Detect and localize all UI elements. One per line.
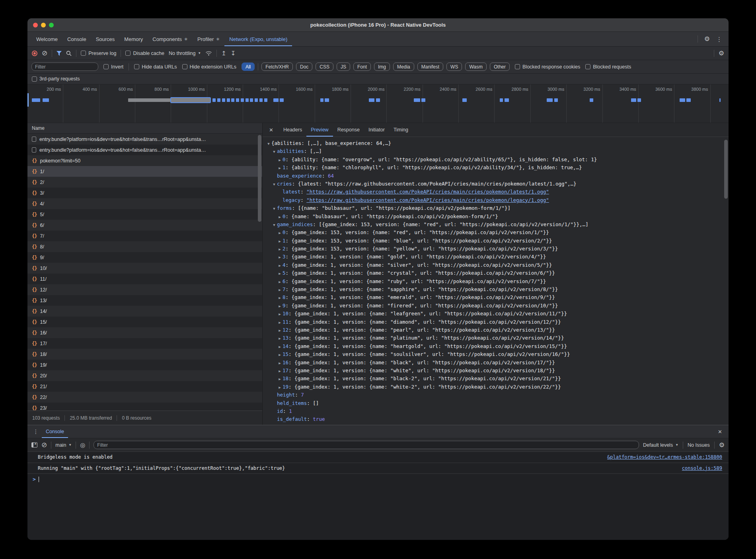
hide-data-urls-checkbox[interactable]: Hide data URLs: [134, 64, 177, 70]
export-har-icon[interactable]: ↧: [231, 50, 236, 56]
request-row[interactable]: entry.bundle?platform=ios&dev=true&hot=f…: [27, 145, 262, 155]
filter-chip-media[interactable]: Media: [393, 63, 414, 71]
tree-collapse-arrow-icon[interactable]: ▶: [277, 213, 283, 221]
request-row[interactable]: {}8/: [27, 241, 262, 252]
checkbox-box[interactable]: [515, 64, 520, 69]
details-tab-response[interactable]: Response: [333, 123, 364, 137]
tab-console[interactable]: Console: [62, 32, 91, 46]
details-tab-initiator[interactable]: Initiator: [364, 123, 389, 137]
tree-expand-arrow-icon[interactable]: ▼: [271, 221, 277, 229]
checkbox-box[interactable]: [32, 76, 37, 82]
request-row[interactable]: {}22/: [27, 392, 262, 403]
filter-chip-fetch-xhr[interactable]: Fetch/XHR: [261, 63, 293, 71]
network-settings-gear-icon[interactable]: ⚙: [719, 50, 724, 57]
console-source-link[interactable]: console.js:589: [670, 465, 722, 471]
blocked-requests-checkbox[interactable]: Blocked requests: [585, 64, 631, 70]
live-expression-eye-icon[interactable]: ◎: [80, 442, 85, 448]
console-settings-gear-icon[interactable]: ⚙: [719, 442, 725, 448]
console-context-select[interactable]: main ▼: [55, 442, 72, 448]
request-row[interactable]: {}17/: [27, 338, 262, 349]
filter-chip-manifest[interactable]: Manifest: [417, 63, 443, 71]
checkbox-box[interactable]: [103, 64, 109, 69]
more-menu-icon[interactable]: ⋮: [716, 36, 722, 42]
request-row[interactable]: {}9/: [27, 252, 262, 263]
tree-collapse-arrow-icon[interactable]: ▶: [277, 286, 283, 294]
tree-collapse-arrow-icon[interactable]: ▶: [277, 326, 283, 334]
request-row[interactable]: {}4/: [27, 198, 262, 209]
import-har-icon[interactable]: ↥: [221, 50, 226, 56]
name-column-header[interactable]: Name: [27, 123, 262, 134]
throttling-select[interactable]: No throttling ▼: [169, 51, 201, 56]
tree-collapse-arrow-icon[interactable]: ▶: [277, 270, 283, 278]
tree-collapse-arrow-icon[interactable]: ▶: [277, 253, 283, 261]
request-list-scrollbar[interactable]: [258, 135, 261, 222]
request-row[interactable]: {}7/: [27, 231, 262, 241]
tree-collapse-arrow-icon[interactable]: ▶: [277, 245, 283, 253]
console-filter-input[interactable]: [94, 441, 639, 449]
checkbox-box[interactable]: [81, 51, 86, 56]
request-row[interactable]: {}2/: [27, 177, 262, 188]
request-row[interactable]: {}16/: [27, 327, 262, 338]
request-row[interactable]: {}5/: [27, 209, 262, 220]
tree-collapse-arrow-icon[interactable]: ▶: [277, 367, 283, 375]
checkbox-box[interactable]: [134, 64, 139, 69]
settings-gear-icon[interactable]: ⚙: [704, 36, 710, 42]
clear-console-icon[interactable]: ⊘: [41, 442, 47, 448]
details-tab-timing[interactable]: Timing: [389, 123, 413, 137]
details-tab-preview[interactable]: Preview: [306, 123, 333, 137]
console-prompt[interactable]: >: [27, 474, 729, 485]
request-row[interactable]: entry.bundle?platform=ios&dev=true&hot=f…: [27, 134, 262, 145]
record-button[interactable]: [32, 51, 37, 56]
close-details-icon[interactable]: ✕: [264, 123, 278, 137]
filter-funnel-icon[interactable]: [57, 51, 62, 56]
request-row[interactable]: {}15/: [27, 317, 262, 327]
details-tab-headers[interactable]: Headers: [279, 123, 306, 137]
invert-checkbox[interactable]: Invert: [103, 64, 123, 70]
tab-welcome[interactable]: Welcome: [31, 32, 62, 46]
close-window-button[interactable]: [33, 23, 38, 27]
tree-collapse-arrow-icon[interactable]: ▶: [277, 359, 283, 367]
tree-expand-arrow-icon[interactable]: ▼: [271, 180, 277, 188]
tab-profiler[interactable]: Profiler∗: [193, 32, 224, 46]
tree-expand-arrow-icon[interactable]: ▼: [266, 140, 271, 148]
tree-expand-arrow-icon[interactable]: ▼: [271, 205, 277, 213]
console-sidebar-icon[interactable]: [31, 442, 37, 448]
request-row[interactable]: {}18/: [27, 349, 262, 360]
tab-memory[interactable]: Memory: [119, 32, 148, 46]
disable-cache-checkbox[interactable]: Disable cache: [125, 51, 164, 56]
request-row[interactable]: {}14/: [27, 306, 262, 317]
request-row[interactable]: {}6/: [27, 220, 262, 231]
request-row[interactable]: {}12/: [27, 284, 262, 295]
checkbox-box[interactable]: [585, 64, 590, 69]
request-row[interactable]: {}pokemon?limit=50: [27, 155, 262, 166]
tree-collapse-arrow-icon[interactable]: ▶: [277, 351, 283, 359]
tab-network-expo-unstable[interactable]: Network (Expo, unstable): [224, 32, 292, 46]
tree-collapse-arrow-icon[interactable]: ▶: [277, 278, 283, 286]
filter-chip-img[interactable]: Img: [374, 63, 390, 71]
tree-collapse-arrow-icon[interactable]: ▶: [277, 164, 283, 172]
network-overview-timeline[interactable]: 200 ms400 ms600 ms800 ms1000 ms1200 ms14…: [27, 84, 729, 123]
tree-collapse-arrow-icon[interactable]: ▶: [277, 302, 283, 310]
console-source-link[interactable]: &platform=ios&dev=tr…ermes-stable:158800: [595, 454, 722, 460]
tab-components[interactable]: Components∗: [148, 32, 193, 46]
tree-collapse-arrow-icon[interactable]: ▶: [277, 375, 283, 383]
tab-sources[interactable]: Sources: [91, 32, 120, 46]
tree-collapse-arrow-icon[interactable]: ▶: [277, 156, 283, 164]
drawer-more-icon[interactable]: ⋮: [30, 425, 42, 438]
tree-collapse-arrow-icon[interactable]: ▶: [277, 294, 283, 302]
request-row[interactable]: {}20/: [27, 370, 262, 381]
network-filter-input[interactable]: [31, 63, 98, 71]
filter-chip-other[interactable]: Other: [490, 63, 510, 71]
filter-chip-all[interactable]: All: [242, 63, 255, 71]
filter-chip-wasm[interactable]: Wasm: [465, 63, 487, 71]
hide-extension-urls-checkbox[interactable]: Hide extension URLs: [182, 64, 236, 70]
request-row[interactable]: {}13/: [27, 295, 262, 306]
json-link[interactable]: "https://raw.githubusercontent.com/PokeA…: [306, 197, 549, 203]
tree-collapse-arrow-icon[interactable]: ▶: [277, 319, 283, 326]
filter-chip-js[interactable]: JS: [337, 63, 350, 71]
request-row[interactable]: {}1/: [27, 166, 262, 177]
blocked-response-cookies-checkbox[interactable]: Blocked response cookies: [515, 64, 580, 70]
third-party-requests-checkbox[interactable]: 3rd-party requests: [32, 76, 80, 82]
request-row[interactable]: {}10/: [27, 263, 262, 274]
network-conditions-icon[interactable]: [205, 51, 212, 56]
